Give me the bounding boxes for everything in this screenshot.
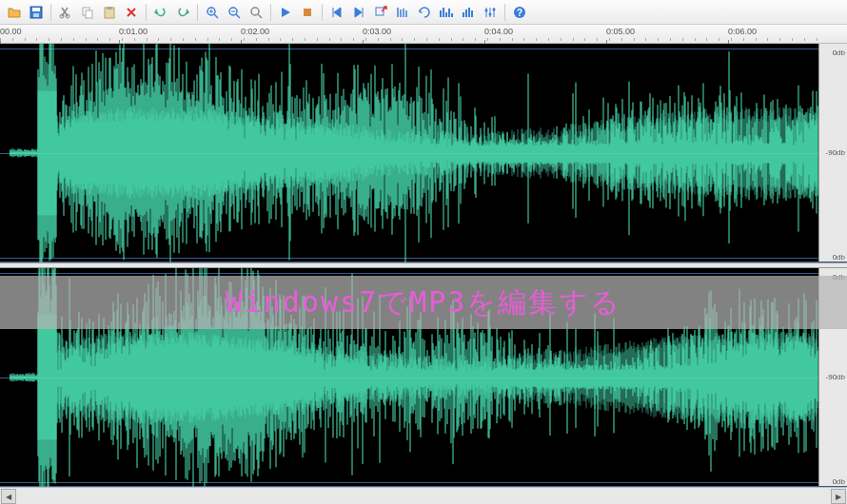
- loop-icon[interactable]: [414, 2, 435, 23]
- svg-rect-8: [107, 7, 112, 10]
- delete-icon[interactable]: [121, 2, 142, 23]
- open-icon[interactable]: [4, 2, 25, 23]
- play-icon[interactable]: [275, 2, 296, 23]
- separator: [504, 4, 505, 21]
- db-scale-left: 0db-90db0db: [818, 44, 847, 262]
- scroll-right-icon[interactable]: ▶: [831, 489, 846, 504]
- channel-left[interactable]: 0db-90db0db: [0, 44, 847, 262]
- cut-icon[interactable]: [55, 2, 76, 23]
- svg-point-11: [251, 8, 259, 15]
- svg-text:?: ?: [517, 8, 522, 18]
- skip-end-icon[interactable]: [348, 2, 369, 23]
- toolbar: ?: [0, 0, 847, 25]
- copy-icon[interactable]: [77, 2, 98, 23]
- svg-rect-2: [33, 13, 39, 17]
- svg-rect-6: [86, 10, 92, 18]
- spectrum-icon[interactable]: [436, 2, 457, 23]
- waveform-left: [10, 44, 818, 262]
- undo-icon[interactable]: [150, 2, 171, 23]
- separator: [322, 4, 323, 21]
- markers-icon[interactable]: [392, 2, 413, 23]
- svg-rect-12: [304, 9, 311, 16]
- paste-icon[interactable]: [99, 2, 120, 23]
- bars-icon[interactable]: [458, 2, 479, 23]
- save-icon[interactable]: [26, 2, 47, 23]
- svg-point-20: [493, 8, 496, 10]
- horizontal-scrollbar[interactable]: ◀ ▶: [0, 487, 847, 504]
- timeline-ruler[interactable]: 00.000:01.000:02.000:03.000:04.000:05.00…: [0, 25, 847, 44]
- overlay-text: Windows7でMP3を編集する: [226, 283, 622, 322]
- svg-rect-17: [471, 10, 473, 17]
- svg-rect-14: [463, 12, 464, 17]
- separator: [270, 4, 271, 21]
- svg-rect-1: [32, 8, 40, 11]
- zoom-in-icon[interactable]: [202, 2, 223, 23]
- separator: [50, 4, 51, 21]
- waveform-area: 0db-90db0db 0db-90db0db Windows7でMP3を編集す…: [0, 44, 847, 487]
- zoom-selection-icon[interactable]: [246, 2, 266, 23]
- export-icon[interactable]: [370, 2, 391, 23]
- separator: [146, 4, 147, 21]
- separator: [197, 4, 198, 21]
- svg-rect-16: [468, 8, 470, 17]
- svg-rect-15: [465, 10, 467, 17]
- zoom-out-icon[interactable]: [224, 2, 245, 23]
- svg-point-18: [485, 9, 488, 11]
- stop-icon[interactable]: [297, 2, 318, 23]
- eq-icon[interactable]: [480, 2, 501, 23]
- skip-start-icon[interactable]: [326, 2, 347, 23]
- help-icon[interactable]: ?: [509, 2, 530, 23]
- redo-icon[interactable]: [172, 2, 193, 23]
- overlay-banner: Windows7でMP3を編集する: [0, 276, 847, 329]
- svg-point-19: [489, 12, 492, 15]
- scroll-left-icon[interactable]: ◀: [1, 489, 16, 504]
